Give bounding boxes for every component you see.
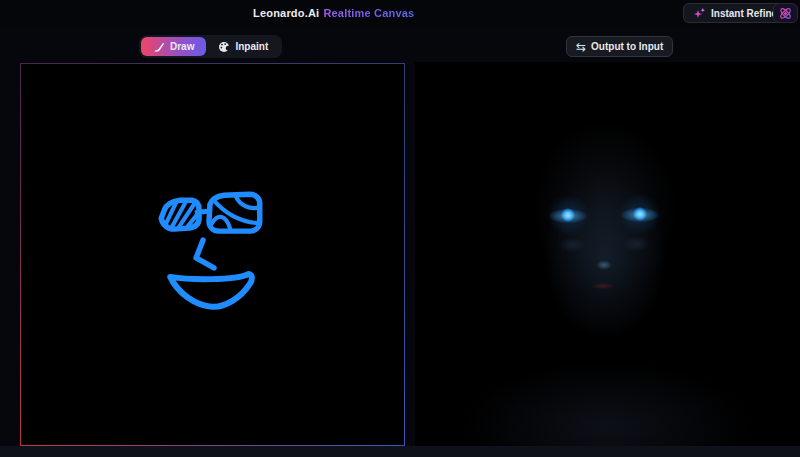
generated-portrait-image xyxy=(415,62,800,446)
top-bar: Leonardo.AiRealtime Canvas Instant Refin… xyxy=(0,0,800,28)
output-to-input-button[interactable]: ⇆ Output to Input xyxy=(566,36,673,57)
palette-icon xyxy=(218,41,230,53)
instant-refine-button[interactable]: Instant Refine xyxy=(683,3,787,23)
tab-inpaint-label: Inpaint xyxy=(235,41,268,52)
output-to-input-label: Output to Input xyxy=(591,41,663,52)
tab-draw-label: Draw xyxy=(170,41,194,52)
user-sketch xyxy=(21,64,404,445)
brand-name: Leonardo.Ai xyxy=(253,7,319,19)
instant-refine-label: Instant Refine xyxy=(711,8,777,19)
orbit-icon xyxy=(778,6,793,21)
drawing-canvas[interactable] xyxy=(20,63,405,446)
swap-arrows-icon: ⇆ xyxy=(576,41,586,53)
orbit-tool-button[interactable] xyxy=(773,3,798,23)
realtime-canvas-app: Leonardo.AiRealtime Canvas Instant Refin… xyxy=(0,0,800,457)
tab-inpaint[interactable]: Inpaint xyxy=(206,37,280,56)
output-canvas xyxy=(415,62,800,446)
bottom-bar xyxy=(0,446,800,457)
tab-draw[interactable]: Draw xyxy=(141,37,206,56)
page-title: Leonardo.AiRealtime Canvas xyxy=(253,7,414,19)
mode-tabs: Draw Inpaint xyxy=(139,35,282,58)
product-name: Realtime Canvas xyxy=(323,7,414,19)
brush-icon xyxy=(153,41,165,53)
sparkles-icon xyxy=(693,7,706,20)
